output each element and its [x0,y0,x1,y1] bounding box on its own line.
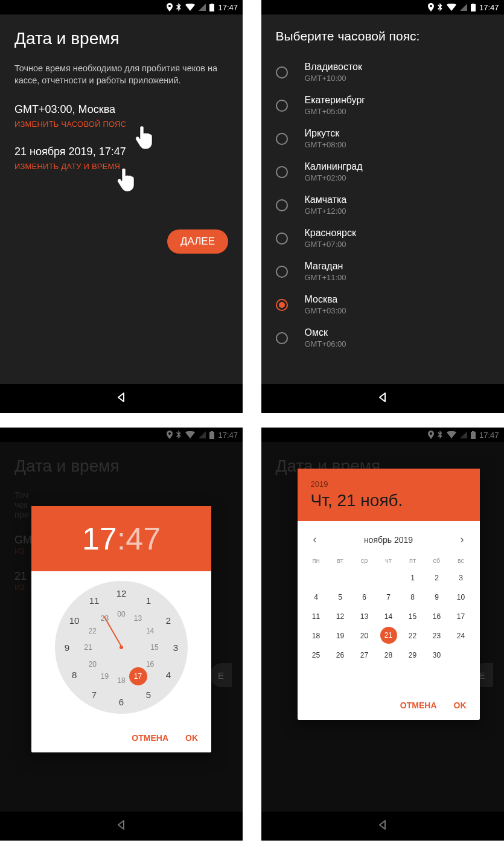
clock-hour-outer[interactable]: 5 [146,689,151,699]
clock-hour-outer[interactable]: 6 [119,697,124,707]
clock-hour-outer[interactable]: 11 [89,595,100,606]
back-icon[interactable] [377,392,388,405]
ok-button[interactable]: OK [185,733,198,743]
calendar-day[interactable]: 28 [377,646,400,664]
clock-hour-outer[interactable]: 4 [166,670,171,680]
clock-hour-inner[interactable]: 14 [146,627,154,635]
next-button[interactable]: ДАЛЕЕ [167,229,228,254]
timezone-option[interactable]: МагаданGMT+11:00 [261,255,504,288]
clock-face[interactable]: 121234567891011001314151617181920212223 [55,581,188,714]
calendar-day[interactable]: 8 [401,588,424,606]
weekday-label: вс [450,553,473,568]
clock-hour-outer[interactable]: 10 [69,615,80,626]
calendar-day[interactable]: 15 [401,607,424,626]
weekday-label: пт [401,553,424,568]
clock-hour-inner[interactable]: 00 [117,610,125,618]
calendar-day[interactable]: 20 [353,627,376,645]
header-date[interactable]: Чт, 21 нояб. [311,491,467,510]
clock-hour-outer[interactable]: 8 [72,670,77,680]
timezone-option[interactable]: ОмскGMT+06:00 [261,321,504,354]
calendar-day[interactable]: 14 [377,607,400,626]
calendar-day[interactable]: 22 [401,627,424,645]
calendar-day[interactable]: 4 [305,588,328,606]
clock-hour-outer[interactable]: 2 [166,615,171,626]
clock-hour-inner[interactable]: 21 [84,643,92,652]
radio-icon[interactable] [276,166,288,178]
calendar-day[interactable]: 29 [401,646,424,664]
cancel-button[interactable]: ОТМЕНА [132,733,168,743]
back-icon[interactable] [116,392,127,405]
clock-hour-inner[interactable]: 20 [89,660,97,668]
signal-icon [460,4,467,11]
clock-hour-inner[interactable]: 23 [101,614,109,623]
screen-date-picker: 17:47 Дата и время Е 2019 Чт, 21 нояб. ‹… [261,428,504,841]
screen-datetime-settings: 17:47 Дата и время Точное время необходи… [0,0,243,413]
timezone-option[interactable]: ВладивостокGMT+10:00 [261,56,504,89]
calendar-day[interactable]: 21 [380,627,397,644]
clock-hour-inner[interactable]: 22 [89,627,97,635]
calendar-day[interactable]: 11 [305,607,328,626]
timezone-option[interactable]: КамчаткаGMT+12:00 [261,188,504,222]
radio-icon[interactable] [276,332,288,344]
cancel-button[interactable]: ОТМЕНА [400,700,437,710]
clock-hour-outer[interactable]: 3 [173,643,178,653]
calendar-day[interactable]: 1 [401,569,424,587]
calendar-day[interactable]: 7 [377,588,400,606]
status-time: 17:47 [218,3,238,12]
clock-hour-outer[interactable]: 1 [146,595,151,606]
calendar-day[interactable]: 17 [450,607,473,626]
status-bar: 17:47 [261,0,504,14]
selected-minutes[interactable]: 47 [126,521,161,556]
calendar-day[interactable]: 23 [426,627,448,645]
clock-hour-inner[interactable]: 19 [101,672,109,681]
calendar-day[interactable]: 12 [329,607,352,626]
timezone-gmt: GMT+11:00 [305,273,346,282]
header-year[interactable]: 2019 [311,479,467,489]
radio-icon[interactable] [276,199,288,211]
timezone-name: Калининград [305,161,363,172]
timezone-option[interactable]: ЕкатеринбургGMT+05:00 [261,89,504,122]
calendar-day[interactable]: 30 [426,646,448,664]
radio-icon[interactable] [276,133,288,145]
calendar-day[interactable]: 19 [329,627,352,645]
timezone-option[interactable]: МоскваGMT+03:00 [261,288,504,321]
calendar-day[interactable]: 13 [353,607,376,626]
page-title: Дата и время [14,29,228,48]
timezone-list[interactable]: ВладивостокGMT+10:00ЕкатеринбургGMT+05:0… [261,56,504,384]
calendar-day[interactable]: 2 [426,569,448,587]
calendar-day[interactable]: 6 [353,588,376,606]
selected-hours[interactable]: 17 [82,521,117,556]
calendar-day[interactable]: 5 [329,588,352,606]
clock-hour-outer[interactable]: 9 [65,643,69,653]
clock-hour-outer[interactable]: 12 [116,588,127,598]
status-bar: 17:47 [0,0,243,14]
radio-icon[interactable] [276,266,288,278]
ok-button[interactable]: OK [454,700,467,710]
radio-icon[interactable] [276,66,288,79]
calendar-day[interactable]: 24 [450,627,473,645]
clock-hour-inner[interactable]: 13 [134,614,142,623]
change-timezone-link[interactable]: ИЗМЕНИТЬ ЧАСОВОЙ ПОЯС [14,120,228,129]
calendar-day[interactable]: 25 [305,646,328,664]
calendar-day[interactable]: 26 [329,646,352,664]
prev-month-button[interactable]: ‹ [308,531,322,548]
timezone-option[interactable]: ИркутскGMT+08:00 [261,122,504,155]
calendar-day[interactable]: 9 [426,588,448,606]
clock-hour-inner[interactable]: 16 [146,660,154,668]
calendar-day[interactable]: 18 [305,627,328,645]
radio-icon[interactable] [276,100,288,112]
clock-hour-outer[interactable]: 7 [92,689,97,699]
radio-icon[interactable] [276,299,288,311]
timezone-option[interactable]: КалининградGMT+02:00 [261,155,504,188]
radio-icon[interactable] [276,232,288,245]
clock-hour-selected[interactable]: 17 [129,667,147,685]
calendar-day[interactable]: 16 [426,607,448,626]
calendar-day[interactable]: 3 [450,569,473,587]
calendar-day[interactable]: 27 [353,646,376,664]
weekday-label: пн [305,553,328,568]
calendar-day[interactable]: 10 [450,588,473,606]
next-month-button[interactable]: › [455,531,468,548]
clock-hour-inner[interactable]: 18 [117,676,125,685]
timezone-option[interactable]: КрасноярскGMT+07:00 [261,222,504,255]
clock-hour-inner[interactable]: 15 [150,643,158,652]
